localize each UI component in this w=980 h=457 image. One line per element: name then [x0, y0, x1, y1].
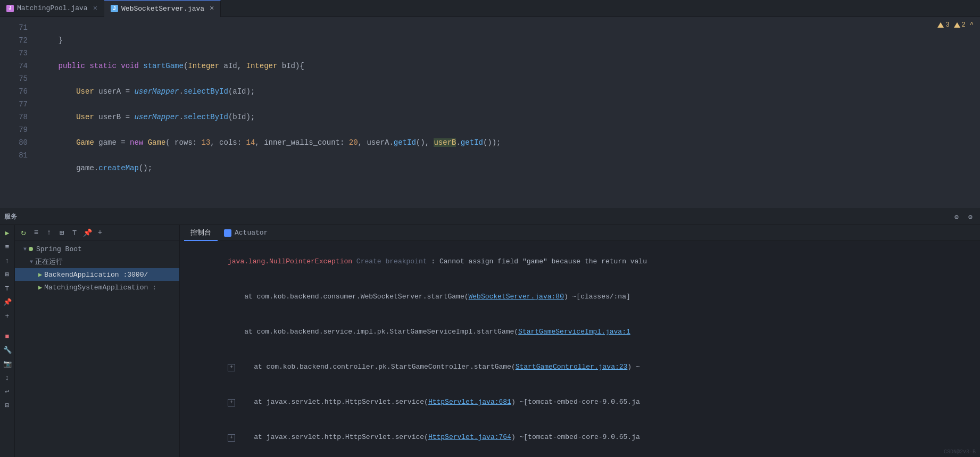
- tab-icon-websocket: J: [111, 5, 118, 12]
- services-title: 服务: [4, 212, 17, 221]
- editor-area: 71 72 73 74 75 76 77 78 79 80 81 } publi…: [0, 17, 980, 209]
- up-icon-btn[interactable]: ↑: [2, 255, 13, 267]
- tree-item-running[interactable]: ▼ 正在运行: [15, 255, 179, 268]
- springboot-status-icon: [29, 247, 33, 251]
- create-breakpoint-text: Create breakpoint: [352, 257, 427, 265]
- backend-app-label: BackendApplication :3000/: [44, 271, 148, 279]
- services-header: 服务 ⚙ ⚙: [0, 209, 980, 225]
- indent-at-2: at com.kob.backend.service.impl.pk.Start…: [228, 328, 518, 336]
- link-startgame[interactable]: StartGameServiceImpl.java:1: [518, 328, 630, 336]
- suffix-1: ) ~[classes/:na]: [564, 293, 630, 301]
- bottom-panel: 服务 ⚙ ⚙ ▶ ≡ ↑ ⊞ ⊤ 📌 + ■ 🔧 📷 ↕ ↩ ⊡ ↻: [0, 209, 980, 457]
- console-line-5: + at javax.servlet.http.HttpServlet.serv…: [186, 420, 974, 455]
- line-numbers: 71 72 73 74 75 76 77 78 79 80 81: [0, 17, 32, 209]
- expand-icon-4[interactable]: +: [228, 399, 235, 406]
- list-icon-btn[interactable]: ≡: [2, 241, 13, 253]
- reload-icon-btn[interactable]: ↻: [18, 227, 29, 238]
- tab-label-matching: MatchingPool.java: [17, 4, 88, 12]
- watermark: CSDN@2v3-B: [944, 449, 976, 455]
- console-tab-label: 控制台: [190, 228, 211, 237]
- cannot-assign-text: : Cannot assign field "game" because the…: [427, 257, 647, 265]
- config-icon-btn[interactable]: ⚙: [965, 212, 976, 222]
- springboot-arrow-icon: ▼: [23, 246, 27, 252]
- console-area: 控制台 Actuator java.lang.NullPointerExcept…: [180, 225, 980, 457]
- tree-pin-icon-btn[interactable]: 📌: [82, 227, 93, 238]
- console-tabs: 控制台 Actuator: [180, 225, 980, 241]
- springboot-label: Spring Boot: [36, 245, 82, 253]
- tab-bar: J MatchingPool.java × J WebSocketServer.…: [0, 0, 980, 17]
- matching-app-label: MatchingSystemApplication :: [44, 284, 156, 292]
- tab-websocket-server[interactable]: J WebSocketServer.java ×: [104, 0, 221, 17]
- console-line-1: at com.kob.backend.consumer.WebSocketSer…: [186, 279, 974, 314]
- left-sidebar: ↻ ≡ ↑ ⊞ ⊤ 📌 + ▼ Spring Boot ▼ 正在运行: [15, 225, 180, 457]
- tree-item-matching-app[interactable]: ▶ MatchingSystemApplication :: [15, 281, 179, 294]
- indent-at-4: at javax.servlet.http.HttpServlet.servic…: [237, 398, 428, 406]
- bottom-split: ▶ ≡ ↑ ⊞ ⊤ 📌 + ■ 🔧 📷 ↕ ↩ ⊡ ↻ ≡ ↑ ⊞ ⊤ 📌: [0, 225, 980, 457]
- warning-count: 3: [945, 21, 949, 29]
- actuator-icon: [224, 229, 231, 237]
- tree-filter-icon-btn[interactable]: ⊤: [69, 227, 80, 238]
- sidebar-toolbar: ↻ ≡ ↑ ⊞ ⊤ 📌 +: [15, 225, 179, 240]
- link-httpservlet-764[interactable]: HttpServlet.java:764: [428, 433, 511, 441]
- indent-at-3: at com.kob.backend.controller.pk.StartGa…: [237, 363, 516, 371]
- tab-close-websocket[interactable]: ×: [210, 4, 214, 13]
- header-icons: ⚙ ⚙: [951, 212, 976, 222]
- play-icon-btn[interactable]: ▶: [2, 227, 13, 239]
- console-tab-actuator[interactable]: Actuator: [218, 225, 274, 241]
- tab-icon-matching: J: [6, 5, 14, 12]
- tree-item-backend-app[interactable]: ▶ BackendApplication :3000/: [15, 268, 179, 281]
- indent-at-5: at javax.servlet.http.HttpServlet.servic…: [237, 433, 428, 441]
- expand-icon-3[interactable]: +: [228, 364, 235, 371]
- console-tab-main[interactable]: 控制台: [184, 225, 218, 241]
- console-line-4: + at javax.servlet.http.HttpServlet.serv…: [186, 385, 974, 420]
- warnings-indicator: 3 2 ^: [937, 21, 974, 29]
- error-badge: 2: [954, 21, 966, 29]
- collapse-icon-btn[interactable]: ≡: [31, 227, 41, 238]
- tab-matching-pool[interactable]: J MatchingPool.java ×: [0, 0, 104, 17]
- filter-icon-btn[interactable]: ⊤: [2, 282, 13, 294]
- indent-at-1: at com.kob.backend.consumer.WebSocketSer…: [228, 293, 468, 301]
- code-content: } public static void startGame(Integer a…: [32, 17, 980, 209]
- debug-icon-btn[interactable]: ■: [2, 330, 13, 342]
- error-count: 2: [962, 21, 966, 29]
- link-websocket-80[interactable]: WebSocketServer.java:80: [469, 293, 564, 301]
- tab-label-websocket: WebSocketServer.java: [121, 5, 204, 13]
- suffix-4: ) ~[tomcat-embed-core-9.0.65.ja: [511, 398, 640, 406]
- matching-run-icon: ▶: [38, 284, 42, 292]
- settings-icon-btn[interactable]: ⚙: [951, 212, 962, 222]
- add-icon-btn[interactable]: +: [2, 310, 13, 322]
- running-label: 正在运行: [35, 257, 63, 267]
- tree-up-icon-btn[interactable]: ↑: [44, 227, 54, 238]
- caret-indicator: ^: [970, 21, 974, 29]
- console-line-3: + at com.kob.backend.controller.pk.Start…: [186, 350, 974, 385]
- console-line-6: + at com.kob.backend.config.CorsConfig.d…: [186, 455, 974, 457]
- expand-icon-5[interactable]: +: [228, 434, 235, 442]
- tree-item-springboot[interactable]: ▼ Spring Boot: [15, 243, 179, 255]
- console-line-2: at com.kob.backend.service.impl.pk.Start…: [186, 314, 974, 350]
- tab-close-matching[interactable]: ×: [93, 4, 97, 13]
- suffix-3: ) ~: [627, 363, 640, 371]
- console-output: java.lang.NullPointerException Create br…: [180, 241, 980, 457]
- actuator-tab-label: Actuator: [235, 229, 268, 237]
- link-controller[interactable]: StartGameController.java:23: [516, 363, 628, 371]
- tree-add-icon-btn[interactable]: +: [95, 227, 105, 238]
- pin-icon-btn[interactable]: 📌: [2, 296, 13, 308]
- warning-badge: 3: [937, 21, 949, 29]
- suffix-5: ) ~[tomcat-embed-core-9.0.65.ja: [511, 433, 640, 441]
- misc-icon-btn[interactable]: ⊡: [2, 400, 13, 411]
- backend-run-icon: ▶: [38, 271, 42, 279]
- tree-expand-icon-btn[interactable]: ⊞: [56, 227, 67, 238]
- left-icon-column: ▶ ≡ ↑ ⊞ ⊤ 📌 + ■ 🔧 📷 ↕ ↩ ⊡: [0, 225, 15, 457]
- tree-area: ▼ Spring Boot ▼ 正在运行 ▶ BackendApplicatio…: [15, 240, 179, 457]
- running-arrow-icon: ▼: [30, 259, 33, 265]
- expand-icon-btn[interactable]: ⊞: [2, 269, 13, 280]
- exception-text: java.lang.NullPointerException: [228, 257, 352, 265]
- tool-icon-btn[interactable]: 🔧: [2, 344, 13, 356]
- link-httpservlet-681[interactable]: HttpServlet.java:681: [428, 398, 511, 406]
- scroll-icon-btn[interactable]: ↕: [2, 372, 13, 384]
- camera-icon-btn[interactable]: 📷: [2, 358, 13, 370]
- undo-icon-btn[interactable]: ↩: [2, 386, 13, 397]
- warning-triangle-icon: [937, 22, 944, 28]
- error-triangle-icon: [954, 22, 960, 28]
- console-line-0: java.lang.NullPointerException Create br…: [186, 244, 974, 279]
